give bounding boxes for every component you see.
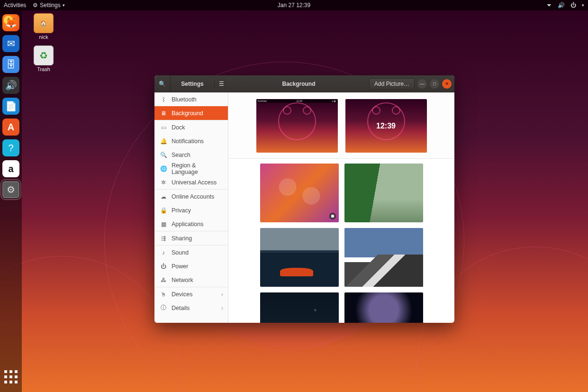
- sidebar-item-dock[interactable]: ▭Dock: [154, 120, 228, 134]
- sidebar-item-label: Sound: [172, 249, 189, 256]
- globe-icon: 🌐: [160, 165, 167, 172]
- sidebar-item-sharing[interactable]: ⇶Sharing: [154, 231, 228, 245]
- sidebar-item-devices[interactable]: 🖱Devices›: [154, 287, 228, 301]
- search-button[interactable]: 🔍: [154, 75, 171, 92]
- sidebar-item-label: Background: [172, 110, 203, 117]
- dock-app-firefox[interactable]: 🦊: [2, 14, 19, 31]
- cloud-icon: ☁: [160, 193, 167, 200]
- dev-icon: 🖱: [160, 291, 167, 298]
- chevron-right-icon: ›: [221, 291, 223, 298]
- dock-app-settings[interactable]: ⚙: [2, 181, 19, 198]
- sidebar-item-universal-access[interactable]: ✲Universal Access: [154, 175, 228, 189]
- sound-icon: ♪: [160, 249, 167, 256]
- dock-app-amazon[interactable]: a: [2, 160, 19, 177]
- sidebar-item-label: Devices: [172, 291, 192, 298]
- chevron-down-icon: ▾: [63, 3, 65, 8]
- add-picture-button[interactable]: Add Picture…: [369, 78, 415, 90]
- sidebar-item-sound[interactable]: ♪Sound: [154, 246, 228, 259]
- background-preview-row: Activities12:39◂ ⏻ 12:39: [228, 92, 454, 159]
- sidebar-item-label: Search: [172, 152, 190, 158]
- wallpaper-thumb[interactable]: [344, 292, 423, 323]
- app-menu-label: Settings: [40, 2, 60, 9]
- sidebar-item-background[interactable]: 🖥Background: [154, 106, 228, 120]
- dock-app-help[interactable]: ?: [2, 139, 19, 156]
- desktop-background-preview[interactable]: Activities12:39◂ ⏻: [256, 99, 338, 153]
- sidebar-item-network[interactable]: 🖧Network: [154, 273, 228, 287]
- sidebar-item-label: Privacy: [172, 207, 191, 214]
- sidebar-item-applications[interactable]: ▦Applications: [154, 217, 228, 231]
- settings-main: Activities12:39◂ ⏻ 12:39: [228, 92, 454, 323]
- wallpaper-thumb[interactable]: [260, 292, 339, 323]
- sidebar-item-privacy[interactable]: 🔒Privacy: [154, 203, 228, 217]
- sidebar-item-label: Region & Language: [172, 162, 222, 175]
- app-menu[interactable]: ⚙ Settings ▾: [33, 2, 64, 9]
- sidebar-item-bluetooth[interactable]: ᛒBluetooth: [154, 92, 228, 106]
- window-title: Background: [228, 81, 369, 87]
- sidebar-item-region-language[interactable]: 🌐Region & Language: [154, 162, 228, 175]
- titlebar[interactable]: 🔍 Settings ☰ Background Add Picture… — □…: [154, 75, 454, 92]
- sidebar-item-label: Sharing: [172, 235, 192, 242]
- dock-app-files[interactable]: 🗄: [2, 56, 19, 73]
- close-button[interactable]: ✕: [442, 79, 452, 89]
- share-icon: ⇶: [160, 235, 167, 242]
- wallpaper-thumb[interactable]: [344, 228, 423, 287]
- maximize-button[interactable]: □: [430, 79, 439, 89]
- trash-icon: ♻: [34, 46, 54, 65]
- activities-button[interactable]: Activities: [4, 2, 26, 9]
- wallpaper-thumb[interactable]: [344, 164, 423, 222]
- desktop-icon-label: Trash: [28, 66, 59, 72]
- power-icon[interactable]: ⏻: [570, 2, 576, 9]
- chevron-down-icon[interactable]: ▾: [582, 3, 584, 8]
- search-icon: 🔍: [159, 81, 166, 87]
- volume-icon[interactable]: 🔊: [558, 2, 565, 9]
- sidebar-item-label: Dock: [172, 124, 185, 131]
- show-applications-button[interactable]: [2, 368, 19, 385]
- wallpaper-grid: [228, 159, 454, 323]
- lock-screen-preview[interactable]: 12:39: [345, 99, 427, 153]
- bg-icon: 🖥: [160, 110, 167, 117]
- clock[interactable]: Jan 27 12:39: [278, 2, 310, 9]
- lock-preview-time: 12:39: [376, 122, 396, 130]
- sidebar-item-label: Online Accounts: [172, 193, 214, 200]
- sidebar-item-online-accounts[interactable]: ☁Online Accounts: [154, 190, 228, 203]
- minimize-button[interactable]: —: [417, 79, 427, 89]
- hamburger-button[interactable]: ☰: [214, 81, 228, 87]
- sidebar-item-label: Bluetooth: [172, 96, 197, 103]
- bt-icon: ᛒ: [160, 96, 167, 103]
- desktop-trash[interactable]: ♻ Trash: [28, 46, 59, 72]
- sidebar-item-notifications[interactable]: 🔔Notifications: [154, 134, 228, 148]
- search-icon: 🔍: [160, 152, 167, 158]
- settings-sidebar: ᛒBluetooth🖥Background▭Dock🔔Notifications…: [154, 92, 228, 323]
- sidebar-item-label: Details: [172, 305, 190, 311]
- sidebar-item-details[interactable]: ⓘDetails›: [154, 301, 228, 315]
- sidebar-item-label: Power: [172, 263, 188, 270]
- hamburger-icon: ☰: [219, 81, 224, 87]
- sidebar-item-label: Notifications: [172, 138, 204, 145]
- sidebar-item-search[interactable]: 🔍Search: [154, 148, 228, 162]
- add-picture-label: Add Picture…: [374, 81, 409, 87]
- lock-icon: 🔒: [160, 207, 167, 214]
- sidebar-item-power[interactable]: ⏻Power: [154, 259, 228, 273]
- dock-app-rhythmbox[interactable]: 🔊: [2, 77, 19, 94]
- sidebar-item-label: Network: [172, 277, 193, 283]
- activities-label: Activities: [4, 2, 26, 9]
- sidebar-item-label: Applications: [172, 221, 203, 228]
- selected-indicator-icon: [329, 213, 336, 219]
- dock-app-software[interactable]: [2, 119, 19, 136]
- sidebar-item-label: Universal Access: [172, 179, 217, 186]
- network-icon[interactable]: ⏷: [546, 2, 552, 9]
- sidebar-title: Settings: [171, 81, 214, 87]
- desktop-home-folder[interactable]: 🏠 nick: [28, 13, 59, 40]
- info-icon: ⓘ: [160, 304, 167, 312]
- desktop-icon-label: nick: [28, 34, 59, 40]
- dock-app-thunderbird[interactable]: ✉: [2, 35, 19, 52]
- net-icon: 🖧: [160, 277, 167, 283]
- dock: 🦊 ✉ 🗄 🔊 📄 ? a ⚙: [0, 10, 22, 392]
- dock-icon: ▭: [160, 124, 167, 131]
- bell-icon: 🔔: [160, 138, 167, 145]
- power-icon: ⏻: [160, 263, 167, 270]
- wallpaper-thumb[interactable]: [260, 164, 339, 222]
- settings-window: 🔍 Settings ☰ Background Add Picture… — □…: [154, 75, 454, 323]
- dock-app-writer[interactable]: 📄: [2, 98, 19, 115]
- wallpaper-thumb[interactable]: [260, 228, 339, 287]
